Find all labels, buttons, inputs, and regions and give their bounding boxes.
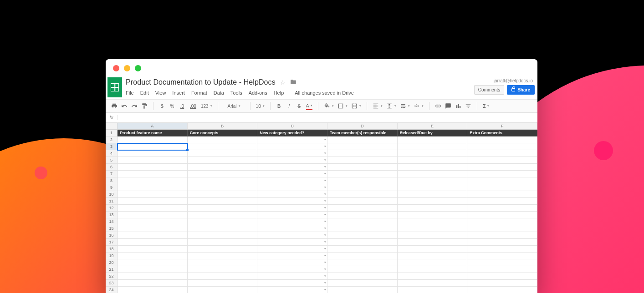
cell-C5[interactable]: ▾ <box>257 157 327 164</box>
cell-B12[interactable] <box>188 205 258 212</box>
row-header-4[interactable]: 4 <box>106 150 118 157</box>
cell-D16[interactable] <box>327 232 398 239</box>
cell-F22[interactable] <box>467 273 537 280</box>
data-validation-arrow-icon[interactable]: ▾ <box>324 213 326 217</box>
cell-E15[interactable] <box>398 225 468 232</box>
sheets-logo-icon[interactable] <box>107 77 122 97</box>
cell-B2[interactable] <box>188 136 258 143</box>
cell-D23[interactable] <box>327 280 398 287</box>
cell-B23[interactable] <box>188 280 258 287</box>
cell-E12[interactable] <box>398 205 468 212</box>
data-validation-arrow-icon[interactable]: ▾ <box>324 145 326 148</box>
row-header-11[interactable]: 11 <box>106 198 118 205</box>
row-header-10[interactable]: 10 <box>106 191 118 198</box>
row-header-13[interactable]: 13 <box>106 212 118 218</box>
cell-B8[interactable] <box>188 177 258 184</box>
cell-F12[interactable] <box>467 205 537 212</box>
cell-D9[interactable] <box>327 184 398 191</box>
cell-C13[interactable]: ▾ <box>257 212 327 218</box>
data-validation-arrow-icon[interactable]: ▾ <box>324 186 326 189</box>
cell-F3[interactable] <box>467 143 537 150</box>
cell-B19[interactable] <box>188 253 258 259</box>
menu-help[interactable]: Help <box>274 90 284 96</box>
cell-D22[interactable] <box>327 273 398 280</box>
text-color-button[interactable]: A▾ <box>306 102 313 110</box>
data-validation-arrow-icon[interactable]: ▾ <box>324 227 326 230</box>
cell-B18[interactable] <box>188 246 258 253</box>
data-validation-arrow-icon[interactable]: ▾ <box>324 158 326 162</box>
cell-D3[interactable] <box>327 143 398 150</box>
cell-B16[interactable] <box>188 232 258 239</box>
document-title[interactable]: Product Documentation to Update - HelpDo… <box>126 78 276 86</box>
italic-button[interactable]: I <box>286 102 292 110</box>
cell-E3[interactable] <box>398 143 468 150</box>
cell-A15[interactable] <box>118 225 188 232</box>
column-header-A[interactable]: A <box>118 123 188 130</box>
cell-C20[interactable]: ▾ <box>257 259 327 266</box>
filter-icon[interactable] <box>465 102 471 110</box>
cell-F20[interactable] <box>467 259 537 266</box>
cell-C18[interactable]: ▾ <box>257 246 327 253</box>
text-rotation-button[interactable]: ▾ <box>414 102 424 110</box>
data-validation-arrow-icon[interactable]: ▾ <box>324 247 326 251</box>
row-header-22[interactable]: 22 <box>106 273 118 280</box>
cell-F18[interactable] <box>467 246 537 253</box>
row-header-21[interactable]: 21 <box>106 266 118 273</box>
cell-E13[interactable] <box>398 212 468 218</box>
cell-C10[interactable]: ▾ <box>257 191 327 198</box>
cell-E2[interactable] <box>398 136 468 143</box>
cell-E20[interactable] <box>398 259 468 266</box>
data-validation-arrow-icon[interactable]: ▾ <box>324 152 326 155</box>
print-icon[interactable] <box>111 102 118 110</box>
cell-D21[interactable] <box>327 266 398 273</box>
cell-B9[interactable] <box>188 184 258 191</box>
cell-D19[interactable] <box>327 253 398 259</box>
cell-F15[interactable] <box>467 225 537 232</box>
cell-A24[interactable] <box>118 287 188 293</box>
cell-A16[interactable] <box>118 232 188 239</box>
folder-icon[interactable] <box>290 79 296 86</box>
cell-B22[interactable] <box>188 273 258 280</box>
cell-F5[interactable] <box>467 157 537 164</box>
cell-E22[interactable] <box>398 273 468 280</box>
cell-D8[interactable] <box>327 177 398 184</box>
cell-B4[interactable] <box>188 150 258 157</box>
cell-B21[interactable] <box>188 266 258 273</box>
cell-C6[interactable]: ▾ <box>257 164 327 171</box>
cell-E4[interactable] <box>398 150 468 157</box>
decrease-decimal-button[interactable]: .0 <box>179 102 185 110</box>
cell-F16[interactable] <box>467 232 537 239</box>
window-minimize-button[interactable] <box>124 65 130 71</box>
data-validation-arrow-icon[interactable]: ▾ <box>324 281 326 285</box>
header-cell-D[interactable]: Team member(s) responsible <box>327 130 398 136</box>
paint-format-icon[interactable] <box>141 102 148 110</box>
cell-F2[interactable] <box>467 136 537 143</box>
window-close-button[interactable] <box>113 65 119 71</box>
cell-D24[interactable] <box>327 287 398 293</box>
cell-A11[interactable] <box>118 198 188 205</box>
cell-A6[interactable] <box>118 164 188 171</box>
cell-E11[interactable] <box>398 198 468 205</box>
cell-F23[interactable] <box>467 280 537 287</box>
row-header-23[interactable]: 23 <box>106 280 118 287</box>
cell-A4[interactable] <box>118 150 188 157</box>
cell-C4[interactable]: ▾ <box>257 150 327 157</box>
insert-comment-icon[interactable] <box>445 102 451 110</box>
cell-C22[interactable]: ▾ <box>257 273 327 280</box>
cell-C9[interactable]: ▾ <box>257 184 327 191</box>
header-cell-B[interactable]: Core concepts <box>188 130 258 136</box>
cell-D15[interactable] <box>327 225 398 232</box>
cell-C7[interactable]: ▾ <box>257 171 327 177</box>
cell-A20[interactable] <box>118 259 188 266</box>
cell-C12[interactable]: ▾ <box>257 205 327 212</box>
row-header-5[interactable]: 5 <box>106 157 118 164</box>
row-header-2[interactable]: 2 <box>106 136 118 143</box>
cell-F13[interactable] <box>467 212 537 218</box>
cell-F6[interactable] <box>467 164 537 171</box>
cell-A12[interactable] <box>118 205 188 212</box>
account-email[interactable]: jarratt@helpdocs.io <box>494 78 535 83</box>
data-validation-arrow-icon[interactable]: ▾ <box>324 172 326 176</box>
row-header-1[interactable]: 1 <box>106 130 118 136</box>
row-header-12[interactable]: 12 <box>106 205 118 212</box>
row-header-9[interactable]: 9 <box>106 184 118 191</box>
